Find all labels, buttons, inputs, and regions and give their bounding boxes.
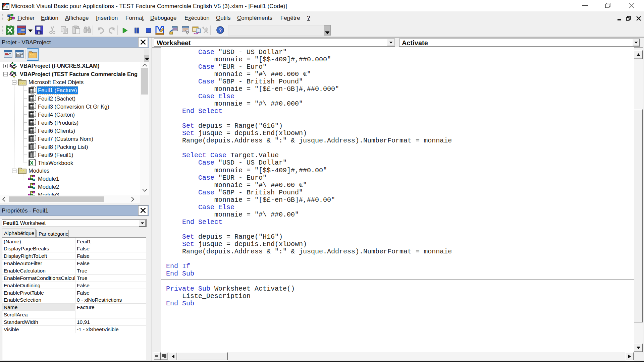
svg-text:?: ? (219, 27, 222, 33)
